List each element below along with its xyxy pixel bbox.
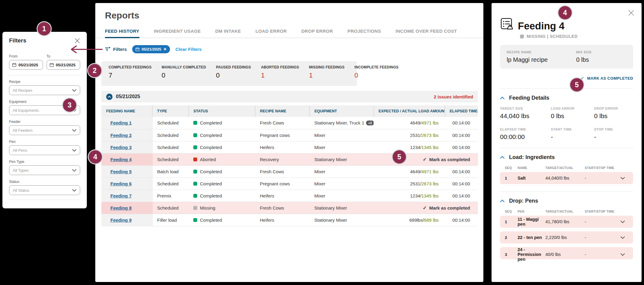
table-row: Feeding 4 Scheduled Aborted Recovery Sta… <box>101 153 478 165</box>
expand-chevron-icon[interactable] <box>620 220 628 223</box>
filter-select-feeder[interactable]: All Feeders <box>9 125 80 135</box>
to-date-input[interactable]: 05/21/2025 <box>47 60 80 70</box>
start-stop-value: - <box>585 176 620 181</box>
feeding-link[interactable]: Feeding 1 <box>110 120 132 125</box>
load-ingredients-section-toggle[interactable]: Load: Ingredients <box>500 154 633 161</box>
filter-select-pen-type[interactable]: All Types <box>9 165 80 175</box>
mark-as-completed-button[interactable]: ✓ MARK AS COMPLETED <box>500 75 633 81</box>
expected-actual-cell: 1234/1345 lbs <box>374 141 445 153</box>
detail-item-value: - <box>594 133 633 141</box>
from-date-input[interactable]: 05/21/2025 <box>9 60 43 70</box>
stat-value: 0 <box>355 71 399 79</box>
tab-feed-history[interactable]: FEED HISTORY <box>105 28 139 38</box>
divider <box>9 75 80 75</box>
calendar-icon <box>136 47 139 51</box>
filters-toggle-button[interactable]: Filters <box>105 47 127 52</box>
recipe-name-value: lp Maggi recipe <box>507 56 576 63</box>
calendar-icon <box>12 63 16 67</box>
column-header: EQUIPMENT <box>309 105 374 117</box>
feeding-name-cell: Feeding 4 <box>101 153 152 165</box>
mix-size-label: MIX SIZE <box>576 50 626 54</box>
issues-identified-label: 2 issues identified <box>434 94 473 99</box>
divider <box>500 191 633 192</box>
stat-value: 0 <box>162 71 206 79</box>
filter-select-recipe[interactable]: All Recipes <box>9 85 80 95</box>
column-header: EXPECTED / ACTUAL LOAD AMOUNT <box>374 105 445 117</box>
tab-income-over-feed-cost[interactable]: INCOME OVER FEED COST <box>395 28 457 38</box>
mark-as-completed-link[interactable]: ✓Mark as completed <box>374 153 478 165</box>
column-header: TYPE <box>152 105 188 117</box>
feeding-name-cell: Feeding 5 <box>101 165 152 177</box>
feeding-details-section-toggle[interactable]: Feeding Details <box>500 95 633 101</box>
chevron-down-icon <box>72 189 77 192</box>
column-header: ELAPSED TIME <box>445 105 478 117</box>
feeding-link[interactable]: Feeding 5 <box>110 169 132 174</box>
seq-value: 3 <box>505 252 518 257</box>
stat-label: MISSING FEEDINGS <box>309 65 345 69</box>
collapse-group-button[interactable] <box>106 94 113 100</box>
feeding-link[interactable]: Feeding 8 <box>110 205 132 210</box>
filter-field: Feeder All Feeders <box>9 120 80 135</box>
expand-chevron-icon[interactable] <box>620 177 628 180</box>
filter-field: Pen Type All Types <box>9 160 80 175</box>
date-chip-remove[interactable]: ✕ <box>163 47 167 51</box>
tab-drop-error[interactable]: DROP ERROR <box>301 28 333 38</box>
recipe-cell: Recovery <box>255 153 309 165</box>
recipe-cell: Fresh Cows <box>255 202 309 214</box>
equipment-overflow-badge[interactable]: +2 <box>366 121 374 125</box>
table-row: Feeding 3 Scheduled Completed Heifers Mi… <box>101 141 478 153</box>
filters-panel-title: Filters <box>9 37 26 44</box>
detail-item-label: START TIME <box>551 128 594 131</box>
mark-as-completed-link[interactable]: ✓Mark as completed <box>374 202 478 214</box>
feeding-link[interactable]: Feeding 6 <box>110 181 132 186</box>
sub-column-header: SEQ <box>505 210 518 213</box>
expand-chevron-icon[interactable] <box>620 236 628 239</box>
item-name: 24 - Permission pen <box>518 247 545 262</box>
status-cell: Missing <box>188 202 255 214</box>
tab-ingredient-usage[interactable]: INGREDIENT USAGE <box>154 28 201 38</box>
detail-status-text: MISSING | SCHEDULED <box>527 34 578 39</box>
filter-select-pen[interactable]: All Pens <box>9 145 80 155</box>
feeding-link[interactable]: Feeding 9 <box>110 217 132 223</box>
equipment-cell: Mixer <box>309 190 374 202</box>
annotation-badge-5-row: 5 <box>393 150 406 164</box>
detail-item-value: 44,040 lbs <box>500 112 551 120</box>
feeding-name-cell: Feeding 6 <box>101 177 152 190</box>
sub-column-header: START/STOP TIME <box>585 166 620 170</box>
table-row: Feeding 7 Premix Completed Heifers Mixer… <box>101 190 478 202</box>
annotation-badge-3: 3 <box>63 98 76 112</box>
feeding-link[interactable]: Feeding 2 <box>110 133 132 138</box>
type-cell: Premix <box>152 190 188 202</box>
tab-dm-intake[interactable]: DM INTAKE <box>215 28 241 38</box>
drop-pens-section-toggle[interactable]: Drop: Pens <box>500 198 633 204</box>
start-stop-value: - <box>585 235 620 240</box>
feeding-link[interactable]: Feeding 4 <box>110 157 132 162</box>
clear-filters-link[interactable]: Clear Filters <box>175 47 202 52</box>
equipment-cell: Mixer <box>309 165 374 177</box>
sub-column-header: TARGET/ACTUAL <box>545 166 585 170</box>
detail-close-button[interactable] <box>628 10 634 16</box>
status-cell: Completed <box>188 129 255 141</box>
filter-select-status[interactable]: All Status <box>9 185 80 195</box>
elapsed-time-cell: 00:14:00 <box>445 214 478 226</box>
feeding-link[interactable]: Feeding 3 <box>110 145 132 150</box>
date-chip-value: 05/21/2025 <box>142 47 161 51</box>
feeding-link[interactable]: Feeding 7 <box>110 193 132 198</box>
close-icon <box>628 12 634 17</box>
filters-close-button[interactable] <box>74 38 80 44</box>
tab-projections[interactable]: PROJECTIONS <box>348 28 381 38</box>
recipe-cell: Heifers <box>255 141 309 153</box>
status-square-icon <box>193 145 197 149</box>
recipe-cell: Pregnant cows <box>255 129 309 141</box>
seq-value: 1 <box>505 176 518 181</box>
seq-value: 2 <box>505 235 518 240</box>
close-icon <box>74 40 80 45</box>
equipment-cell: Stationary Mixer <box>309 153 374 165</box>
tab-load-error[interactable]: LOAD ERROR <box>255 28 287 38</box>
detail-item-value: 0 lbs <box>594 112 633 120</box>
expand-chevron-icon[interactable] <box>620 253 628 256</box>
date-filter-chip[interactable]: 05/21/2025 ✕ <box>132 45 170 53</box>
detail-item: STOP TIME - <box>594 128 633 141</box>
equipment-cell: Mixer <box>309 129 374 141</box>
feeding-name-cell: Feeding 2 <box>101 129 152 141</box>
